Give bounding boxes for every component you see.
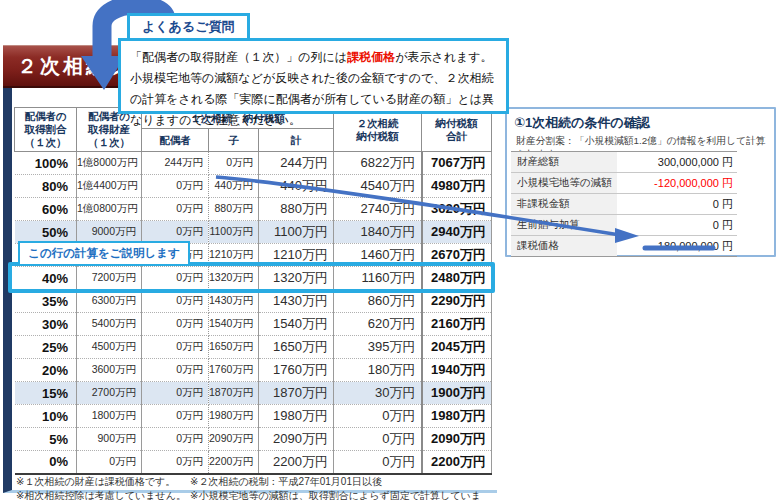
row-explanation-label[interactable]: この行の計算をご説明します bbox=[18, 241, 190, 266]
cell-sum: 1650万円 bbox=[259, 336, 334, 359]
cell-ratio: 15% bbox=[15, 382, 77, 405]
cell-second: 4540万円 bbox=[334, 175, 422, 198]
cell-child: 1980万円 bbox=[209, 405, 259, 428]
cell-ratio: 100% bbox=[15, 152, 77, 175]
page: { "title_bar": { "title": "２次相続シミュレーション"… bbox=[0, 0, 779, 500]
table-row[interactable]: 15%2700万円0万円1870万円1870万円30万円1900万円 bbox=[15, 382, 492, 405]
cell-asset: 4500万円 bbox=[77, 336, 142, 359]
cell-spouse: 0万円 bbox=[142, 451, 209, 474]
cell-asset: 5400万円 bbox=[77, 313, 142, 336]
condition-value: 180,000,000 円 bbox=[617, 236, 737, 257]
cell-asset: 1億4400万円 bbox=[77, 175, 142, 198]
header-ratio: 配偶者の 取得割合 （１次） bbox=[15, 108, 77, 152]
cell-child: 440万円 bbox=[209, 175, 259, 198]
cell-spouse: 0万円 bbox=[142, 175, 209, 198]
faq-callout: 「配偶者の取得財産（１次）」の列には課税価格が表示されます。小規模宅地等の減額な… bbox=[118, 38, 509, 114]
cell-total: 1980万円 bbox=[422, 405, 492, 428]
table-row[interactable]: 80%1億4400万円0万円440万円440万円4540万円4980万円 bbox=[15, 175, 492, 198]
cell-asset: 2700万円 bbox=[77, 382, 142, 405]
cell-sum: 1980万円 bbox=[259, 405, 334, 428]
cell-sum: 1760万円 bbox=[259, 359, 334, 382]
cell-spouse: 0万円 bbox=[142, 428, 209, 451]
cell-child: 2200万円 bbox=[209, 451, 259, 474]
cell-total: 4980万円 bbox=[422, 175, 492, 198]
condition-row: 課税価格180,000,000 円 bbox=[511, 236, 737, 257]
condition-label: 課税価格 bbox=[511, 236, 617, 257]
cell-second: 30万円 bbox=[334, 382, 422, 405]
tax-table-body: 100%1億8000万円244万円0万円244万円6822万円7067万円80%… bbox=[15, 152, 492, 474]
table-row[interactable]: 30%5400万円0万円1540万円1540万円620万円2160万円 bbox=[15, 313, 492, 336]
condition-value: 0 円 bbox=[617, 194, 737, 215]
condition-label: 非課税金額 bbox=[511, 194, 617, 215]
cell-second: 0万円 bbox=[334, 428, 422, 451]
cell-child: 0万円 bbox=[209, 152, 259, 175]
cell-second: 620万円 bbox=[334, 313, 422, 336]
cell-ratio: 20% bbox=[15, 359, 77, 382]
header-second: ２次相続 納付税額 bbox=[334, 108, 422, 152]
table-row[interactable]: 10%1800万円0万円1980万円1980万円0万円1980万円 bbox=[15, 405, 492, 428]
condition-value: 300,000,000 円 bbox=[617, 152, 737, 173]
condition-label: 生前贈与加算 bbox=[511, 215, 617, 236]
table-row[interactable]: 60%1億0800万円0万円880万円880万円2740万円3620万円 bbox=[15, 198, 492, 221]
cell-spouse: 0万円 bbox=[142, 382, 209, 405]
cell-second: 1840万円 bbox=[334, 221, 422, 244]
cell-ratio: 80% bbox=[15, 175, 77, 198]
cell-second: 0万円 bbox=[334, 405, 422, 428]
cell-spouse: 0万円 bbox=[142, 359, 209, 382]
header-sum: 計 bbox=[259, 129, 334, 152]
cell-child: 2090万円 bbox=[209, 428, 259, 451]
condition-row: 生前贈与加算0 円 bbox=[511, 215, 737, 236]
cell-total: 7067万円 bbox=[422, 152, 492, 175]
cell-total: 2160万円 bbox=[422, 313, 492, 336]
cell-ratio: 5% bbox=[15, 428, 77, 451]
table-row[interactable]: 100%1億8000万円244万円0万円244万円6822万円7067万円 bbox=[15, 152, 492, 175]
cell-total: 2200万円 bbox=[422, 451, 492, 474]
cell-spouse: 0万円 bbox=[142, 336, 209, 359]
condition-row: 小規模宅地等の減額-120,000,000 円 bbox=[511, 173, 737, 194]
cell-total: 3620万円 bbox=[422, 198, 492, 221]
cell-ratio: 10% bbox=[15, 405, 77, 428]
cell-child: 1650万円 bbox=[209, 336, 259, 359]
condition-row: 財産総額300,000,000 円 bbox=[511, 152, 737, 173]
cell-sum: 244万円 bbox=[259, 152, 334, 175]
cell-spouse: 244万円 bbox=[142, 152, 209, 175]
table-row[interactable]: 20%3600万円0万円1760万円1760万円180万円1940万円 bbox=[15, 359, 492, 382]
cell-second: 6822万円 bbox=[334, 152, 422, 175]
cell-sum: 880万円 bbox=[259, 198, 334, 221]
faq-text-before: 「配偶者の取得財産（１次）」の列には bbox=[130, 50, 347, 64]
cell-asset: 900万円 bbox=[77, 428, 142, 451]
footnote: ※相次相続控除は考慮していません。 bbox=[16, 489, 186, 500]
header-spouse: 配偶者 bbox=[142, 129, 209, 152]
faq-text-highlight: 課税価格 bbox=[347, 50, 395, 64]
cell-ratio: 0% bbox=[15, 451, 77, 474]
cell-asset: 1億0800万円 bbox=[77, 198, 142, 221]
cell-asset: 1800万円 bbox=[77, 405, 142, 428]
condition-value: 0 円 bbox=[617, 215, 737, 236]
table-row[interactable]: 0%0万円0万円2200万円2200万円0万円2200万円 bbox=[15, 451, 492, 474]
cell-total: 2045万円 bbox=[422, 336, 492, 359]
table-row[interactable]: 25%4500万円0万円1650万円1650万円395万円2045万円 bbox=[15, 336, 492, 359]
cell-sum: 1100万円 bbox=[259, 221, 334, 244]
cell-second: 180万円 bbox=[334, 359, 422, 382]
cell-second: 0万円 bbox=[334, 451, 422, 474]
cell-second: 395万円 bbox=[334, 336, 422, 359]
conditions-table-body: 財産総額300,000,000 円小規模宅地等の減額-120,000,000 円… bbox=[511, 152, 737, 257]
cell-ratio: 30% bbox=[15, 313, 77, 336]
cell-sum: 2090万円 bbox=[259, 428, 334, 451]
condition-row: 非課税金額0 円 bbox=[511, 194, 737, 215]
table-row[interactable]: 5%900万円0万円2090万円2090万円0万円2090万円 bbox=[15, 428, 492, 451]
cell-child: 1100万円 bbox=[209, 221, 259, 244]
cell-sum: 440万円 bbox=[259, 175, 334, 198]
cell-ratio: 60% bbox=[15, 198, 77, 221]
cell-second: 2740万円 bbox=[334, 198, 422, 221]
conditions-title: ①1次相続の条件の確認 bbox=[514, 114, 650, 132]
cell-spouse: 0万円 bbox=[142, 313, 209, 336]
highlighted-row-ring bbox=[8, 262, 495, 293]
footnote: ※１次相続の財産は課税価格です。 bbox=[16, 475, 186, 489]
footnote: ※小規模宅地等の減額は、取得割合によらず固定で計算しています。 bbox=[190, 489, 494, 500]
cell-sum: 1540万円 bbox=[259, 313, 334, 336]
cell-asset: 3600万円 bbox=[77, 359, 142, 382]
cell-asset: 1億8000万円 bbox=[77, 152, 142, 175]
cell-child: 1870万円 bbox=[209, 382, 259, 405]
header-total: 納付税額 合計 bbox=[422, 108, 492, 152]
